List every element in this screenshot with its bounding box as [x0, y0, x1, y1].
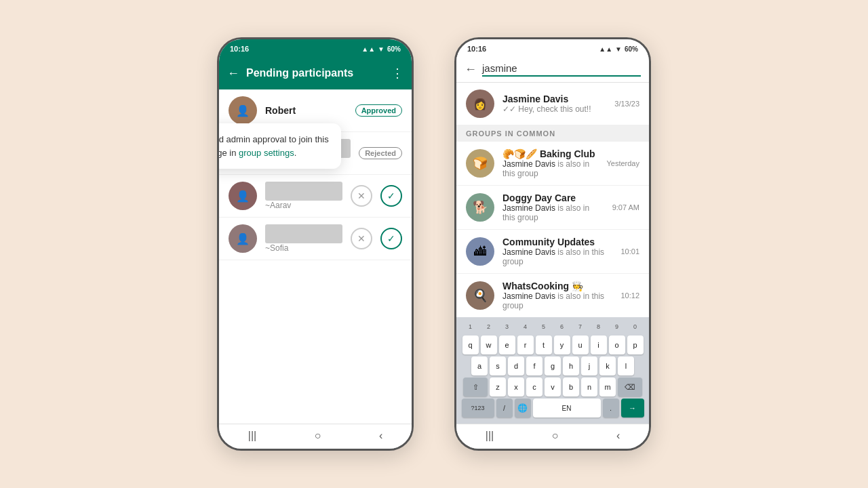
key-s[interactable]: s — [490, 357, 506, 375]
info-whats: WhatsCooking 🧑‍🍳 Jasmine Davis is also i… — [502, 281, 612, 310]
group-settings-link[interactable]: group settings — [239, 148, 294, 158]
key-o[interactable]: o — [609, 336, 625, 354]
key-z[interactable]: z — [490, 378, 506, 396]
back-icon-2[interactable]: ← — [465, 62, 477, 77]
key-d[interactable]: d — [508, 357, 524, 375]
reject-aarav-btn[interactable]: ✕ — [351, 185, 372, 207]
name-robert: Robert — [265, 105, 347, 116]
num-switch-key[interactable]: ?123 — [462, 399, 494, 418]
battery-2: 60% — [625, 45, 638, 53]
send-key[interactable]: → — [621, 399, 644, 418]
key-e[interactable]: e — [499, 336, 515, 354]
key-m[interactable]: m — [599, 378, 616, 396]
key-f[interactable]: f — [526, 357, 542, 375]
key-x[interactable]: x — [508, 378, 524, 396]
status-time-1: 10:16 — [230, 45, 249, 53]
participant-aarav: 👤 +1 ████ ███ ████ ~Aarav ✕ ✓ — [219, 175, 412, 218]
search-bar: ← jasmine — [456, 57, 649, 83]
key-u[interactable]: u — [572, 336, 589, 354]
group-baking-club[interactable]: 🍞 🥐🍞🥖 Baking Club Jasmine Davis is also … — [456, 142, 649, 186]
doggy-name: Doggy Day Care — [502, 192, 604, 203]
menu-icon-1[interactable]: ⋮ — [391, 66, 403, 81]
period-key[interactable]: . — [603, 399, 619, 418]
num-8: 8 — [591, 320, 607, 333]
contact-jasmine[interactable]: 👩 Jasmine Davis ✓✓ Hey, check this out!!… — [456, 83, 649, 125]
key-p[interactable]: p — [627, 336, 644, 354]
nav-home-2[interactable]: ○ — [552, 430, 559, 442]
signal-icon: ▲▲ — [361, 45, 375, 53]
avatar-baking: 🍞 — [466, 149, 494, 178]
key-k[interactable]: k — [599, 357, 616, 375]
num-0: 0 — [627, 320, 644, 333]
keyboard-row-1: q w e r t y u i o p — [458, 336, 648, 354]
backspace-key[interactable]: ⌫ — [618, 378, 642, 396]
handle-sofia: ~Sofia — [265, 243, 342, 253]
search-query[interactable]: jasmine — [482, 62, 641, 77]
nav-bar-2: ||| ○ ‹ — [456, 424, 649, 449]
number-hints-row: 1 2 3 4 5 6 7 8 9 0 — [458, 320, 648, 333]
globe-key[interactable]: 🌐 — [515, 399, 531, 418]
group-whats-cooking[interactable]: 🍳 WhatsCooking 🧑‍🍳 Jasmine Davis is also… — [456, 274, 649, 317]
key-b[interactable]: b — [563, 378, 579, 396]
whats-time: 10:12 — [620, 291, 639, 300]
nav-recent-2[interactable]: ||| — [486, 430, 494, 442]
key-n[interactable]: n — [581, 378, 597, 396]
back-icon-1[interactable]: ← — [227, 66, 239, 81]
group-doggy-day-care[interactable]: 🐕 Doggy Day Care Jasmine Davis is also i… — [456, 186, 649, 230]
num-9: 9 — [609, 320, 625, 333]
nav-recent-1[interactable]: ||| — [248, 430, 256, 442]
battery-1: 60% — [387, 45, 401, 53]
tooltip-text2: . — [294, 148, 297, 158]
shift-key[interactable]: ⇧ — [463, 378, 488, 396]
nav-bar-1: ||| ○ ‹ — [219, 424, 412, 449]
space-key[interactable]: EN — [533, 399, 601, 418]
phone-pending-participants: 10:16 ▲▲ ▼ 60% ← Pending participants ⋮ … — [217, 37, 414, 451]
community-sub: Jasmine Davis is also in this group — [502, 247, 612, 266]
keyboard-row-3: ⇧ z x c v b n m ⌫ — [458, 378, 648, 396]
status-bar-1: 10:16 ▲▲ ▼ 60% — [219, 39, 412, 57]
nav-back-2[interactable]: ‹ — [616, 430, 620, 442]
groups-in-common-label: GROUPS IN COMMON — [456, 125, 649, 142]
community-time: 10:01 — [620, 247, 639, 256]
nav-back-1[interactable]: ‹ — [379, 430, 382, 442]
wifi-icon-2: ▼ — [615, 45, 622, 53]
key-q[interactable]: q — [462, 336, 479, 354]
status-time-2: 10:16 — [467, 45, 486, 53]
community-name: Community Updates — [502, 237, 612, 247]
key-a[interactable]: a — [471, 357, 488, 375]
key-j[interactable]: j — [581, 357, 597, 375]
baking-sub: Jasmine Davis is also in this group — [502, 159, 598, 178]
group-community-updates[interactable]: 🏙 Community Updates Jasmine Davis is als… — [456, 230, 649, 274]
actions-aarav: ✕ ✓ — [351, 185, 402, 207]
avatar-community: 🏙 — [466, 237, 494, 266]
phone-sofia: +1 ████ ███ ████ — [265, 224, 342, 243]
wifi-icon: ▼ — [378, 45, 384, 53]
key-y[interactable]: y — [554, 336, 570, 354]
handle-aarav: ~Aarav — [265, 201, 342, 210]
key-l[interactable]: l — [618, 357, 634, 375]
slash-key[interactable]: / — [496, 399, 513, 418]
actions-sofia: ✕ ✓ — [351, 228, 402, 249]
key-t[interactable]: t — [536, 336, 552, 354]
key-g[interactable]: g — [545, 357, 561, 375]
accept-sofia-btn[interactable]: ✓ — [380, 228, 402, 249]
avatar-doggy: 🐕 — [466, 193, 494, 222]
jasmine-time: 3/13/23 — [614, 100, 639, 108]
key-r[interactable]: r — [517, 336, 534, 354]
info-baking: 🥐🍞🥖 Baking Club Jasmine Davis is also in… — [502, 148, 598, 178]
key-c[interactable]: c — [526, 378, 542, 396]
key-v[interactable]: v — [545, 378, 561, 396]
reject-sofia-btn[interactable]: ✕ — [351, 228, 372, 249]
key-h[interactable]: h — [563, 357, 579, 375]
avatar-jasmine: 👩 — [466, 89, 494, 118]
accept-aarav-btn[interactable]: ✓ — [380, 185, 402, 207]
baking-time: Yesterday — [606, 159, 639, 167]
keyboard[interactable]: 1 2 3 4 5 6 7 8 9 0 q w e r t y u i — [456, 317, 649, 424]
key-w[interactable]: w — [481, 336, 497, 354]
key-i[interactable]: i — [591, 336, 607, 354]
doggy-sub: Jasmine Davis is also in this group — [502, 203, 604, 222]
nav-home-1[interactable]: ○ — [315, 430, 321, 442]
phone-aarav: +1 ████ ███ ████ — [265, 182, 342, 201]
avatar-robert: 👤 — [229, 96, 257, 125]
num-5: 5 — [536, 320, 552, 333]
